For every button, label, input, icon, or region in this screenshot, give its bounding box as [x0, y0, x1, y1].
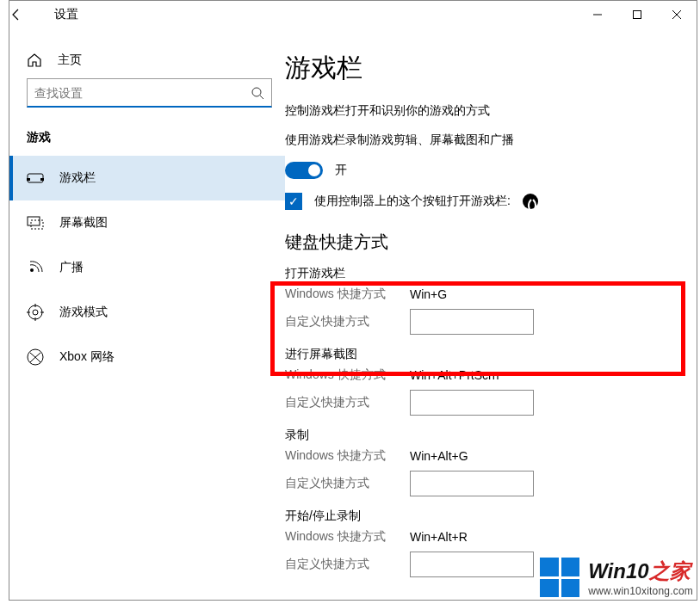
win-shortcut-value: Win+G: [410, 287, 447, 301]
toggle-caption: 使用游戏栏录制游戏剪辑、屏幕截图和广播: [285, 133, 691, 148]
svg-rect-10: [31, 220, 43, 229]
win-shortcut-value: Win+Alt+R: [410, 530, 468, 544]
controller-checkbox[interactable]: ✓: [285, 193, 302, 210]
custom-shortcut-label: 自定义快捷方式: [285, 395, 410, 410]
svg-rect-1: [634, 11, 641, 19]
settings-window: 设置 主页: [9, 0, 697, 601]
sidebar-item-gamemode[interactable]: 游戏模式: [9, 290, 285, 335]
broadcast-icon: [27, 260, 44, 275]
watermark-url: www.win10xitong.com: [588, 585, 693, 597]
win-shortcut-value: Win+Alt+G: [410, 449, 468, 463]
sidebar: 主页 游戏 游戏栏: [9, 28, 285, 600]
search-input-wrap[interactable]: [27, 78, 272, 108]
win-shortcut-label: Windows 快捷方式: [285, 448, 410, 464]
home-icon: [27, 52, 44, 68]
minimize-button[interactable]: [578, 1, 617, 28]
sidebar-item-label: 游戏栏: [59, 170, 96, 186]
shortcut-group-title: 录制: [285, 428, 691, 443]
page-description: 控制游戏栏打开和识别你的游戏的方式: [285, 103, 691, 119]
windows-logo-icon: [540, 558, 579, 597]
watermark-brand-b: 之家: [649, 559, 691, 582]
svg-line-5: [260, 96, 263, 99]
home-link[interactable]: 主页: [9, 46, 285, 75]
svg-rect-7: [27, 178, 30, 181]
win-shortcut-label: Windows 快捷方式: [285, 287, 410, 302]
window-title: 设置: [51, 7, 78, 22]
shortcut-group-title: 开始/停止录制: [285, 508, 691, 524]
win-shortcut-label: Windows 快捷方式: [285, 529, 410, 545]
watermark: Win10之家 www.win10xitong.com: [538, 556, 695, 599]
home-label: 主页: [58, 52, 82, 68]
sidebar-item-label: Xbox 网络: [59, 349, 115, 365]
svg-point-12: [28, 305, 42, 319]
shortcut-group-title: 进行屏幕截图: [285, 347, 691, 362]
category-label: 游戏: [9, 114, 285, 156]
custom-shortcut-input[interactable]: [410, 309, 534, 335]
main-panel: 游戏栏 控制游戏栏打开和识别你的游戏的方式 使用游戏栏录制游戏剪辑、屏幕截图和广…: [285, 28, 697, 600]
sidebar-item-xbox[interactable]: Xbox 网络: [9, 335, 285, 379]
sidebar-item-label: 屏幕截图: [59, 215, 108, 231]
custom-shortcut-label: 自定义快捷方式: [285, 557, 410, 572]
toggle-state-label: 开: [335, 163, 347, 178]
search-input[interactable]: [34, 86, 251, 100]
svg-point-4: [252, 88, 261, 96]
shortcuts-heading: 键盘快捷方式: [285, 231, 691, 254]
screenshot-icon: [27, 216, 44, 230]
sidebar-item-screenshot[interactable]: 屏幕截图: [9, 200, 285, 245]
shortcut-group-record: 录制 Windows 快捷方式 Win+Alt+G 自定义快捷方式: [285, 428, 691, 496]
close-button[interactable]: [657, 1, 697, 28]
titlebar: 设置: [9, 1, 697, 28]
maximize-button[interactable]: [617, 1, 657, 28]
shortcut-group-open-gamebar: 打开游戏栏 Windows 快捷方式 Win+G 自定义快捷方式: [285, 266, 691, 335]
win-shortcut-value: Win+Alt+PrtScrn: [410, 368, 499, 382]
sidebar-item-label: 广播: [59, 260, 84, 275]
sidebar-item-broadcast[interactable]: 广播: [9, 245, 285, 290]
sidebar-item-label: 游戏模式: [59, 305, 108, 320]
custom-shortcut-label: 自定义快捷方式: [285, 476, 410, 491]
custom-shortcut-label: 自定义快捷方式: [285, 314, 410, 330]
gamebar-toggle[interactable]: [285, 162, 323, 179]
gamemode-icon: [27, 304, 44, 321]
back-button[interactable]: [9, 8, 51, 22]
custom-shortcut-input[interactable]: [410, 390, 534, 416]
svg-point-13: [33, 310, 38, 315]
gamebar-icon: [27, 171, 44, 185]
controller-checkbox-label: 使用控制器上的这个按钮打开游戏栏:: [314, 194, 511, 209]
win-shortcut-label: Windows 快捷方式: [285, 367, 410, 383]
watermark-brand-a: Win10: [588, 559, 648, 582]
svg-point-11: [30, 268, 34, 272]
page-title: 游戏栏: [285, 51, 691, 86]
svg-rect-9: [28, 217, 40, 225]
xbox-icon: [27, 348, 44, 366]
sidebar-item-gamebar[interactable]: 游戏栏: [9, 156, 285, 200]
xbox-logo-icon: [523, 194, 538, 209]
shortcut-group-screenshot: 进行屏幕截图 Windows 快捷方式 Win+Alt+PrtScrn 自定义快…: [285, 347, 691, 416]
custom-shortcut-input[interactable]: [410, 471, 534, 496]
svg-rect-8: [40, 178, 44, 181]
search-icon: [251, 86, 264, 100]
custom-shortcut-input[interactable]: [410, 552, 534, 577]
shortcut-group-title: 打开游戏栏: [285, 266, 691, 281]
